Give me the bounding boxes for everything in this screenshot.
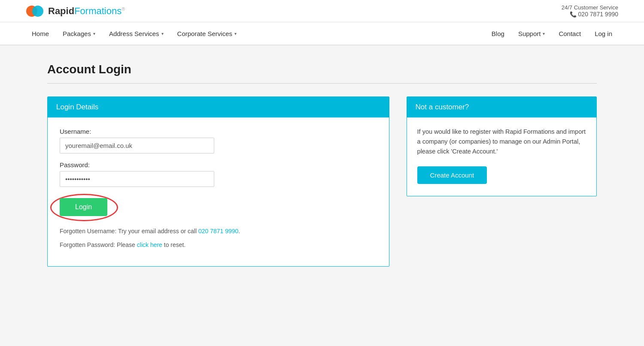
top-bar: RapidFormations® 24/7 Customer Service 📞…	[0, 0, 644, 22]
nav-item-packages[interactable]: Packages ▾	[57, 23, 101, 44]
nav-item-support[interactable]: Support ▾	[512, 23, 551, 44]
create-account-button[interactable]: Create Account	[417, 166, 487, 184]
divider	[47, 83, 597, 84]
username-label: Username:	[60, 128, 377, 135]
forgotten-password-text: Forgotten Password: Please click here to…	[60, 240, 377, 250]
username-group: Username:	[60, 128, 377, 153]
login-card-body: Username: Password: Login Forgotten User…	[48, 117, 389, 266]
login-btn-wrapper: Login	[60, 198, 107, 216]
password-input[interactable]	[60, 171, 214, 187]
password-group: Password:	[60, 161, 377, 187]
chevron-down-icon: ▾	[161, 31, 164, 36]
nav-right: Blog Support ▾ Contact Log in	[486, 23, 618, 44]
logo-icon	[26, 5, 44, 17]
forgotten-username-text: Forgotten Username: Try your email addre…	[60, 226, 377, 236]
chevron-down-icon: ▾	[543, 31, 545, 36]
cards-row: Login Details Username: Password: Login …	[47, 96, 597, 267]
customer-service: 24/7 Customer Service 📞 020 7871 9990	[562, 4, 618, 18]
password-label: Password:	[60, 161, 377, 168]
login-card: Login Details Username: Password: Login …	[47, 96, 389, 267]
click-here-link[interactable]: click here	[137, 241, 162, 248]
register-description: If you would like to register with Rapid…	[417, 127, 586, 157]
phone-icon: 📞	[570, 11, 577, 18]
phone-link[interactable]: 020 7871 9990	[198, 228, 238, 235]
logo[interactable]: RapidFormations®	[26, 5, 125, 17]
phone-number: 📞 020 7871 9990	[562, 11, 618, 18]
nav-item-corporate-services[interactable]: Corporate Services ▾	[171, 23, 243, 44]
nav-item-address-services[interactable]: Address Services ▾	[103, 23, 170, 44]
login-button[interactable]: Login	[60, 198, 107, 216]
main-content: Account Login Login Details Username: Pa…	[21, 45, 623, 284]
nav-item-home[interactable]: Home	[26, 23, 55, 44]
register-card: Not a customer? If you would like to reg…	[407, 96, 597, 196]
chevron-down-icon: ▾	[93, 31, 95, 36]
nav-item-contact[interactable]: Contact	[553, 23, 587, 44]
register-card-body: If you would like to register with Rapid…	[407, 117, 596, 196]
nav-left: Home Packages ▾ Address Services ▾ Corpo…	[26, 23, 243, 44]
register-card-header: Not a customer?	[407, 97, 596, 117]
nav-bar: Home Packages ▾ Address Services ▾ Corpo…	[0, 22, 644, 45]
brand-name: RapidFormations®	[48, 6, 125, 17]
nav-item-blog[interactable]: Blog	[486, 23, 510, 44]
service-label: 24/7 Customer Service	[562, 4, 618, 11]
username-input[interactable]	[60, 138, 214, 153]
svg-point-1	[32, 6, 43, 17]
login-card-header: Login Details	[48, 97, 389, 117]
nav-item-login[interactable]: Log in	[589, 23, 618, 44]
chevron-down-icon: ▾	[234, 31, 237, 36]
page-title: Account Login	[47, 63, 597, 76]
